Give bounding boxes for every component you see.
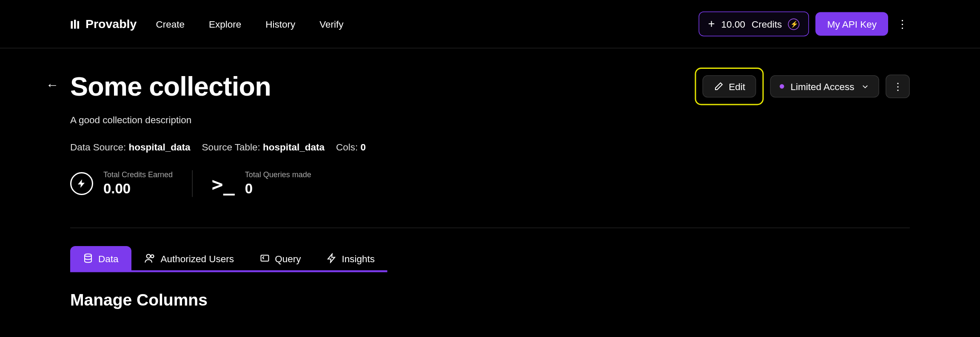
meta-datasource: Data Source: hospital_data [70, 142, 191, 153]
chevron-down-icon [861, 82, 870, 91]
credits-amount: 10.00 [721, 19, 745, 30]
svg-point-3 [85, 254, 91, 257]
cols-label: Cols: [336, 142, 358, 153]
sourcetable-label: Source Table: [202, 142, 260, 153]
terminal-icon: >_ [212, 173, 235, 195]
tab-users-label: Authorized Users [161, 253, 234, 264]
svg-point-5 [151, 255, 154, 258]
main-nav: Create Explore History Verify [156, 19, 343, 30]
page-title: Some collection [70, 71, 271, 102]
pencil-icon [713, 81, 724, 91]
brand-name: Provably [85, 17, 137, 31]
query-icon [259, 253, 270, 263]
stat-credits-label: Total Credits Earned [103, 170, 173, 179]
access-dropdown[interactable]: Limited Access [770, 75, 879, 98]
stat-queries-value: 0 [245, 181, 311, 197]
stat-queries-label: Total Queries made [245, 170, 311, 179]
edit-label: Edit [729, 81, 745, 92]
tab-insights[interactable]: Insights [313, 246, 387, 270]
tab-query[interactable]: Query [247, 246, 313, 270]
nav-create[interactable]: Create [156, 19, 185, 30]
stat-credits: Total Credits Earned 0.00 [70, 170, 192, 197]
svg-rect-2 [77, 21, 80, 28]
users-icon [144, 252, 156, 264]
status-dot-icon [780, 84, 784, 89]
tab-data[interactable]: Data [70, 246, 131, 270]
stat-queries-text: Total Queries made 0 [245, 170, 311, 197]
page-content: ← Some collection Edit Limited Access [0, 48, 980, 310]
stat-queries: >_ Total Queries made 0 [192, 170, 330, 197]
logo-icon [70, 19, 80, 29]
svg-rect-6 [261, 255, 268, 261]
sourcetable-value: hospital_data [263, 142, 325, 153]
datasource-label: Data Source: [70, 142, 126, 153]
tab-authorized-users[interactable]: Authorized Users [131, 246, 247, 270]
database-icon [83, 253, 93, 263]
meta-sourcetable: Source Table: hospital_data [202, 142, 325, 153]
insights-icon [326, 253, 336, 263]
brand-logo[interactable]: Provably [70, 17, 137, 31]
meta-cols: Cols: 0 [336, 142, 366, 153]
meta-row: Data Source: hospital_data Source Table:… [70, 142, 910, 153]
tab-query-label: Query [275, 253, 301, 264]
section-title: Manage Columns [70, 290, 910, 310]
plus-icon: + [708, 17, 715, 31]
title-actions: Edit Limited Access ⋮ [695, 68, 910, 105]
cols-value: 0 [361, 142, 366, 153]
access-label: Limited Access [790, 81, 854, 92]
bolt-circle-icon [70, 172, 93, 195]
credits-button[interactable]: + 10.00 Credits ⚡ [698, 11, 809, 37]
stat-credits-text: Total Credits Earned 0.00 [103, 170, 173, 197]
top-menu-kebab[interactable]: ⋮ [895, 17, 910, 31]
top-right-actions: + 10.00 Credits ⚡ My API Key ⋮ [698, 11, 910, 37]
divider [70, 228, 910, 229]
credits-label: Credits [752, 19, 782, 30]
tab-data-label: Data [98, 253, 119, 264]
back-arrow-icon[interactable]: ← [46, 78, 59, 93]
svg-point-4 [146, 255, 150, 258]
stat-credits-value: 0.00 [103, 181, 173, 197]
nav-explore[interactable]: Explore [209, 19, 241, 30]
svg-rect-0 [71, 21, 73, 28]
tab-insights-label: Insights [342, 253, 375, 264]
top-bar: Provably Create Explore History Verify +… [0, 0, 980, 48]
tabs: Data Authorized Users Query Insights [70, 246, 387, 272]
api-key-button[interactable]: My API Key [816, 12, 888, 36]
page-description: A good collection description [70, 114, 910, 125]
title-row: Some collection Edit Limited Access [70, 68, 910, 105]
nav-history[interactable]: History [265, 19, 295, 30]
page-menu-kebab[interactable]: ⋮ [886, 75, 910, 99]
edit-button[interactable]: Edit [703, 75, 756, 98]
stats-row: Total Credits Earned 0.00 >_ Total Queri… [70, 170, 910, 197]
edit-highlight: Edit [695, 68, 764, 105]
svg-rect-1 [74, 20, 76, 28]
datasource-value: hospital_data [129, 142, 191, 153]
nav-verify[interactable]: Verify [319, 19, 343, 30]
bolt-icon: ⚡ [788, 18, 800, 30]
